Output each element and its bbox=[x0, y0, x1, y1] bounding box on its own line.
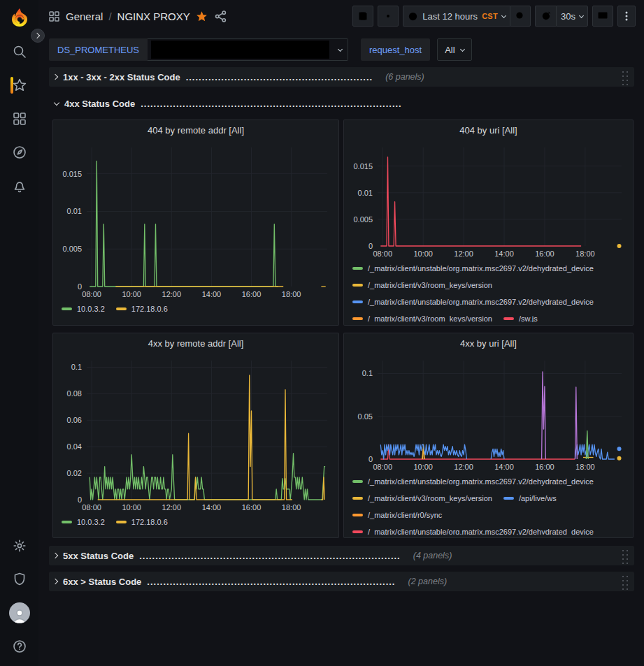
row-title-dots: ........................................… bbox=[186, 72, 373, 82]
sidebar-item-starred[interactable] bbox=[0, 68, 38, 102]
svg-text:14:00: 14:00 bbox=[494, 249, 514, 258]
star-icon bbox=[12, 78, 27, 93]
panel-title[interactable]: 4xx by uri [All] bbox=[350, 333, 627, 354]
svg-text:16:00: 16:00 bbox=[535, 463, 554, 471]
legend-series-label: /_matrix/client/r0/sync bbox=[368, 511, 442, 519]
svg-text:14:00: 14:00 bbox=[494, 463, 514, 471]
chart-svg: 08:0010:0012:0014:0016:0018:0000.0050.01… bbox=[59, 141, 333, 301]
row-4xx[interactable]: 4xx Status Code ........................… bbox=[49, 94, 634, 113]
time-series-chart[interactable]: 08:0010:0012:0014:0016:0018:0000.0050.01… bbox=[59, 141, 333, 301]
row-5xx[interactable]: 5xx Status Code ........................… bbox=[49, 546, 634, 565]
legend-series-label: /_matrix/client/v3/room_keys/version bbox=[368, 314, 492, 322]
share-icon[interactable] bbox=[215, 10, 227, 22]
row-drag-handle[interactable] bbox=[620, 69, 629, 85]
sidebar-expand-button[interactable] bbox=[31, 29, 45, 43]
panel-title[interactable]: 404 by uri [All] bbox=[350, 120, 627, 141]
svg-text:18:00: 18:00 bbox=[575, 463, 595, 471]
legend-item[interactable]: /_matrix/client/v3/room_keys/version bbox=[352, 310, 492, 322]
legend-item[interactable]: 172.18.0.6 bbox=[116, 301, 168, 317]
svg-text:12:00: 12:00 bbox=[162, 503, 182, 512]
svg-text:0.015: 0.015 bbox=[353, 162, 373, 171]
legend-item[interactable]: 172.18.0.6 bbox=[116, 514, 168, 530]
variable-label-host[interactable]: request_host bbox=[361, 38, 430, 61]
legend-series-swatch bbox=[352, 480, 363, 483]
legend-item[interactable]: /_matrix/client/unstable/org.matrix.msc2… bbox=[352, 260, 594, 277]
refresh-button[interactable] bbox=[535, 6, 556, 27]
sidebar-item-explore[interactable] bbox=[0, 136, 38, 169]
legend-item[interactable]: 10.0.3.2 bbox=[62, 301, 105, 317]
legend-item[interactable]: /sw.js bbox=[503, 310, 538, 322]
gear-icon bbox=[12, 538, 27, 553]
legend-item[interactable]: 10.0.3.2 bbox=[62, 514, 105, 530]
svg-text:16:00: 16:00 bbox=[535, 249, 554, 258]
breadcrumb: General / NGINX PROXY bbox=[66, 10, 190, 22]
panel-4xx-by-uri: 4xx by uri [All] 08:0010:0012:0014:0016:… bbox=[343, 333, 634, 538]
svg-text:0: 0 bbox=[368, 242, 373, 250]
sidebar-item-alerting[interactable] bbox=[0, 169, 38, 203]
sidebar-item-server-admin[interactable] bbox=[0, 563, 38, 596]
favorite-star-icon[interactable] bbox=[196, 10, 208, 22]
compass-icon bbox=[12, 145, 27, 160]
svg-text:08:00: 08:00 bbox=[82, 503, 101, 512]
legend-series-label: 172.18.0.6 bbox=[131, 305, 168, 313]
row-title-dots: ........................................… bbox=[147, 577, 395, 587]
svg-text:16:00: 16:00 bbox=[242, 290, 262, 298]
svg-text:10:00: 10:00 bbox=[122, 290, 141, 298]
panel-legend: /_matrix/client/unstable/org.matrix.msc2… bbox=[350, 260, 627, 322]
legend-item[interactable]: /_matrix/client/r0/sync bbox=[352, 507, 442, 523]
panel-title[interactable]: 4xx by remote addr [All] bbox=[59, 333, 333, 354]
legend-series-label: /sw.js bbox=[519, 314, 538, 322]
sidebar-item-help[interactable] bbox=[0, 630, 38, 663]
row-panel-count: (6 panels) bbox=[385, 72, 424, 82]
variable-label-ds[interactable]: DS_PROMETHEUS bbox=[49, 38, 148, 61]
save-dashboard-button[interactable] bbox=[352, 6, 373, 27]
chevron-down-icon bbox=[54, 99, 59, 105]
time-series-chart[interactable]: 08:0010:0012:0014:0016:0018:0000.050.1 bbox=[350, 354, 627, 473]
sidebar-item-configuration[interactable] bbox=[0, 529, 38, 563]
variable-value-ds-dropdown[interactable] bbox=[148, 38, 348, 61]
svg-text:0.04: 0.04 bbox=[67, 442, 82, 451]
tv-mode-button[interactable] bbox=[592, 6, 613, 27]
legend-series-swatch bbox=[352, 530, 363, 533]
refresh-group: 30s bbox=[535, 6, 588, 27]
panel-legend: /_matrix/client/unstable/org.matrix.msc2… bbox=[350, 473, 627, 535]
breadcrumb-folder[interactable]: General bbox=[66, 10, 103, 22]
refresh-interval-picker[interactable]: 30s bbox=[556, 6, 588, 27]
breadcrumb-dashboard-title[interactable]: NGINX PROXY bbox=[117, 10, 190, 22]
svg-text:0.02: 0.02 bbox=[67, 469, 82, 477]
sidebar-item-dashboards[interactable] bbox=[0, 102, 38, 136]
legend-series-swatch bbox=[116, 307, 127, 310]
sidebar-item-profile[interactable] bbox=[0, 596, 38, 630]
legend-series-swatch bbox=[62, 521, 72, 523]
panel-grid: 404 by remote addr [All] 08:0010:0012:00… bbox=[52, 120, 634, 538]
kebab-menu-button[interactable] bbox=[617, 6, 636, 27]
legend-item[interactable]: /_matrix/client/unstable/org.matrix.msc2… bbox=[352, 523, 594, 535]
row-drag-handle[interactable] bbox=[620, 548, 629, 564]
legend-series-label: /_matrix/client/v3/room_keys/version bbox=[368, 281, 492, 289]
panel-title[interactable]: 404 by remote addr [All] bbox=[59, 120, 333, 141]
time-series-chart[interactable]: 08:0010:0012:0014:0016:0018:0000.0050.01… bbox=[350, 141, 627, 260]
legend-item[interactable]: /_matrix/client/unstable/org.matrix.msc2… bbox=[352, 473, 594, 490]
svg-text:0.05: 0.05 bbox=[358, 412, 373, 421]
legend-item[interactable]: /api/live/ws bbox=[503, 490, 557, 507]
chart-svg: 08:0010:0012:0014:0016:0018:0000.0050.01… bbox=[350, 141, 627, 260]
row-drag-handle[interactable] bbox=[620, 574, 629, 590]
chart-svg: 08:0010:0012:0014:0016:0018:0000.050.1 bbox=[350, 354, 627, 473]
legend-item[interactable]: /_matrix/client/v3/room_keys/version bbox=[352, 490, 492, 507]
variable-ds-prometheus: DS_PROMETHEUS bbox=[49, 38, 348, 61]
legend-item[interactable]: /_matrix/client/v3/room_keys/version bbox=[352, 277, 492, 294]
svg-text:16:00: 16:00 bbox=[242, 503, 262, 512]
legend-item[interactable]: /_matrix/client/unstable/org.matrix.msc2… bbox=[352, 294, 594, 310]
svg-text:08:00: 08:00 bbox=[373, 249, 392, 258]
dashboard-settings-button[interactable] bbox=[378, 6, 399, 27]
row-1xx-3xx-2xx[interactable]: 1xx - 3xx - 2xx Status Code ............… bbox=[49, 67, 634, 87]
zoom-out-button[interactable] bbox=[510, 6, 531, 27]
chevron-right-icon bbox=[52, 74, 58, 80]
variable-value-host-dropdown[interactable]: All bbox=[437, 38, 471, 61]
legend-series-label: /_matrix/client/unstable/org.matrix.msc2… bbox=[368, 477, 594, 486]
row-6xx[interactable]: 6xx > Status Code ......................… bbox=[49, 572, 634, 591]
svg-text:10:00: 10:00 bbox=[413, 463, 433, 471]
time-range-picker[interactable]: Last 12 hours CST bbox=[403, 6, 510, 27]
legend-series-swatch bbox=[503, 317, 514, 320]
time-series-chart[interactable]: 08:0010:0012:0014:0016:0018:0000.020.040… bbox=[59, 354, 333, 514]
